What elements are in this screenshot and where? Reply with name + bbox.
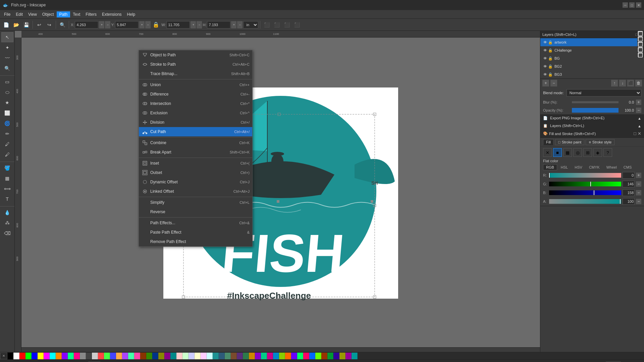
palette-swatch[interactable]: [74, 353, 80, 359]
coord-w-input[interactable]: [166, 21, 190, 28]
palette-swatch[interactable]: [327, 353, 333, 359]
coord-y-input[interactable]: [115, 21, 139, 28]
menu-item-division[interactable]: Division Ctrl+/: [139, 118, 252, 127]
palette-swatch[interactable]: [309, 353, 315, 359]
color-g-input[interactable]: [623, 181, 635, 187]
palette-swatch[interactable]: [140, 353, 146, 359]
maximize-button[interactable]: □: [629, 2, 635, 8]
toolbar-redo[interactable]: ↪: [45, 20, 54, 29]
layer-delete-btn[interactable]: 🗑: [635, 80, 642, 86]
palette-swatch[interactable]: [333, 353, 339, 359]
palette-swatch[interactable]: [62, 353, 68, 359]
color-a-input[interactable]: [623, 198, 635, 205]
menu-help[interactable]: Help: [124, 11, 138, 17]
strip-btn-4[interactable]: ⬛: [638, 47, 643, 52]
tool-star[interactable]: ★: [1, 98, 13, 108]
palette-swatch[interactable]: [201, 353, 207, 359]
blur-bar[interactable]: [572, 101, 619, 103]
canvas-content[interactable]: FISH SH #InkscapeChallenge: [21, 38, 540, 352]
layer-row-challenge[interactable]: 👁 🔒 CHallenge: [540, 46, 644, 54]
palette-swatch[interactable]: [134, 353, 140, 359]
fill-type-flat[interactable]: ■: [553, 148, 562, 157]
palette-swatch[interactable]: [25, 353, 32, 359]
color-b-slider[interactable]: [549, 190, 621, 195]
palette-swatch[interactable]: [104, 353, 110, 359]
fill-stroke-collapse[interactable]: □: [634, 131, 636, 136]
menu-item-path-effects[interactable]: Path Effects... Ctrl+&: [139, 218, 252, 228]
menu-item-stroke-to-path[interactable]: Stroke to Path Ctrl+Alt+C: [139, 60, 252, 69]
menu-path[interactable]: Path: [57, 11, 70, 17]
menu-item-paste-path-effect[interactable]: Paste Path Effect &: [139, 228, 252, 237]
palette-swatch[interactable]: [7, 353, 13, 359]
color-g-minus[interactable]: −: [636, 181, 641, 187]
tool-text[interactable]: T: [1, 194, 13, 204]
palette-swatch[interactable]: [352, 353, 358, 359]
fill-tab-fill[interactable]: Fill: [543, 139, 554, 145]
layer-eye-bg2[interactable]: 👁: [542, 64, 548, 69]
menu-file[interactable]: File: [1, 11, 13, 17]
unit-selector[interactable]: inpxmm: [243, 21, 258, 28]
fill-type-unset[interactable]: ?: [603, 148, 612, 157]
menu-item-remove-path-effect[interactable]: Remove Path Effect: [139, 237, 252, 246]
menu-edit[interactable]: Edit: [13, 11, 25, 17]
palette-swatch[interactable]: [213, 353, 219, 359]
palette-swatch[interactable]: [339, 353, 345, 359]
canvas-area[interactable]: 400 500 600 700 800 900 1000 1100 300 40…: [15, 31, 540, 352]
window-controls[interactable]: ─ □ ✕: [623, 2, 641, 8]
layer-add-btn[interactable]: +: [542, 80, 549, 86]
layer-lock-artwork[interactable]: 🔒: [548, 40, 553, 45]
palette-swatch[interactable]: [261, 353, 267, 359]
palette-swatch[interactable]: [231, 353, 237, 359]
tool-spiral[interactable]: 🌀: [1, 118, 13, 128]
menu-item-dynamic-offset[interactable]: Dynamic Offset Ctrl+J: [139, 177, 252, 187]
coord-y-plus[interactable]: +: [139, 21, 145, 28]
palette-swatch[interactable]: [176, 353, 182, 359]
palette-swatch[interactable]: [80, 353, 86, 359]
menu-item-object-to-path[interactable]: Object to Path Shift+Ctrl+C: [139, 50, 252, 60]
tool-calligraphy[interactable]: 🖋: [1, 149, 13, 160]
color-r-input[interactable]: [623, 172, 635, 179]
color-r-plus[interactable]: +: [636, 173, 641, 178]
palette-swatch[interactable]: [170, 353, 176, 359]
layer-duplicate-btn[interactable]: ⬛: [627, 80, 634, 86]
menu-item-difference[interactable]: Difference Ctrl+-: [139, 89, 252, 99]
menu-item-reverse[interactable]: Reverse: [139, 207, 252, 217]
fill-tab-stroke-paint[interactable]: □ Stroke paint: [555, 139, 584, 145]
palette-swatch[interactable]: [225, 353, 231, 359]
palette-swatch[interactable]: [243, 353, 249, 359]
coord-w-plus[interactable]: +: [191, 21, 196, 28]
tool-select[interactable]: ↖: [1, 32, 13, 42]
color-g-slider[interactable]: [549, 182, 621, 186]
menu-item-simplify[interactable]: Simplify Ctrl+L: [139, 198, 252, 207]
color-model-cms[interactable]: CMS: [621, 164, 635, 170]
palette-swatch[interactable]: [146, 353, 152, 359]
layer-up-btn[interactable]: ↑: [611, 80, 618, 86]
coord-h-input[interactable]: [207, 21, 230, 28]
menu-filters[interactable]: Filters: [83, 11, 99, 17]
close-button[interactable]: ✕: [636, 2, 641, 8]
tool-pen[interactable]: 🖊: [1, 139, 13, 149]
toolbar-new[interactable]: 📄: [1, 20, 11, 29]
menu-text[interactable]: Text: [70, 11, 83, 17]
palette-swatch[interactable]: [92, 353, 98, 359]
palette-swatch[interactable]: [152, 353, 158, 359]
tool-eraser[interactable]: ⌫: [1, 228, 13, 238]
export-png-section[interactable]: 📄 Export PNG Image (Shift+Ctrl+E) ▲: [540, 114, 644, 122]
toolbar-align-left[interactable]: ⬛: [262, 20, 271, 29]
layer-lock-challenge[interactable]: 🔒: [548, 48, 553, 53]
menu-item-cut-path[interactable]: Cut Path Ctrl+Alt+/: [139, 127, 252, 136]
coord-y-minus[interactable]: −: [145, 21, 151, 28]
layer-eye-bg3[interactable]: 👁: [542, 72, 548, 77]
coord-h-plus[interactable]: +: [231, 21, 236, 28]
color-model-cmyk[interactable]: CMYK: [586, 164, 603, 170]
palette-swatch[interactable]: [50, 353, 56, 359]
tool-3d[interactable]: ⬜: [1, 108, 13, 118]
layer-remove-btn[interactable]: −: [550, 80, 557, 86]
palette-swatch[interactable]: [110, 353, 116, 359]
palette-swatch[interactable]: [249, 353, 255, 359]
tool-pencil[interactable]: ✏: [1, 129, 13, 139]
layer-lock-bg[interactable]: 🔒: [548, 56, 553, 61]
fill-type-linear[interactable]: ▦: [563, 148, 572, 157]
fill-type-swatch[interactable]: ◈: [593, 148, 602, 157]
layers-section-header[interactable]: 📋 Layers (Shift+Ctrl+L) ▲: [540, 122, 644, 130]
